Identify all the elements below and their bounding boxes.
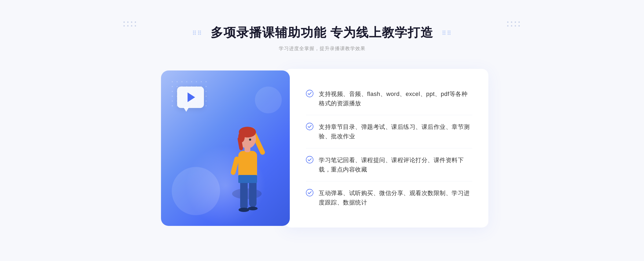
svg-point-3	[239, 208, 249, 212]
svg-point-13	[249, 139, 251, 141]
feature-item-1: 支持视频、音频、flash、word、excel、ppt、pdf等各种格式的资源…	[306, 82, 472, 115]
feature-text-1: 支持视频、音频、flash、word、excel、ppt、pdf等各种格式的资源…	[319, 89, 472, 108]
person-illustration	[209, 97, 284, 226]
feature-item-2: 支持章节目录、弹题考试、课后练习、课后作业、章节测验、批改作业	[306, 115, 472, 148]
svg-point-18	[306, 189, 313, 196]
play-button-bubble	[177, 87, 204, 108]
title-dots-right: ⠿⠿	[442, 30, 452, 37]
features-card: 支持视频、音频、flash、word、excel、ppt、pdf等各种格式的资源…	[284, 69, 488, 228]
content-area: »	[150, 65, 494, 231]
illustration-container	[156, 65, 295, 231]
check-circle-icon-3	[306, 156, 313, 163]
check-circle-icon-2	[306, 123, 313, 130]
header-section: ⠿⠿ 多项录播课辅助功能 专为线上教学打造 ⠿⠿ 学习进度全掌握，提升录播课教学…	[192, 24, 452, 52]
svg-point-4	[248, 207, 258, 210]
check-circle-icon-1	[306, 90, 313, 97]
play-triangle-icon	[188, 92, 195, 102]
feature-text-4: 互动弹幕、试听购买、微信分享、观看次数限制、学习进度跟踪、数据统计	[319, 188, 472, 207]
subtitle-text: 学习进度全掌握，提升录播课教学效果	[192, 45, 452, 52]
page-wrapper: ⠿⠿ 多项录播课辅助功能 专为线上教学打造 ⠿⠿ 学习进度全掌握，提升录播课教学…	[0, 0, 644, 261]
feature-item-4: 互动弹幕、试听购买、微信分享、观看次数限制、学习进度跟踪、数据统计	[306, 181, 472, 214]
svg-point-15	[306, 90, 313, 97]
feature-text-2: 支持章节目录、弹题考试、课后练习、课后作业、章节测验、批改作业	[319, 122, 472, 141]
svg-point-16	[306, 123, 313, 130]
title-dots-left: ⠿⠿	[192, 30, 202, 37]
feature-item-3: 学习笔记回看、课程提问、课程评论打分、课件资料下载，重点内容收藏	[306, 148, 472, 181]
dots-left-decoration	[123, 21, 137, 27]
title-text: 多项录播课辅助功能 专为线上教学打造	[211, 25, 434, 39]
dots-right-decoration	[507, 21, 521, 27]
svg-point-17	[306, 156, 313, 163]
feature-text-3: 学习笔记回看、课程提问、课程评论打分、课件资料下载，重点内容收藏	[319, 155, 472, 174]
svg-rect-14	[238, 175, 257, 183]
page-title: ⠿⠿ 多项录播课辅助功能 专为线上教学打造 ⠿⠿	[192, 24, 452, 41]
check-circle-icon-4	[306, 189, 313, 196]
illustration-background	[161, 70, 290, 226]
